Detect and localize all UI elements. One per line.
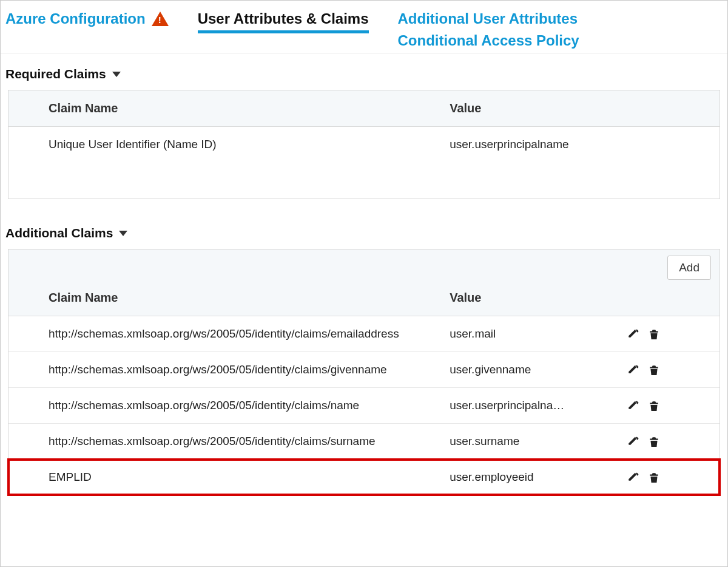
table-header-row: Claim Name Value [8,280,720,316]
chevron-down-icon [119,231,127,236]
section-title: Required Claims [5,67,106,81]
col-header-claim-name: Claim Name [8,90,435,127]
section-header-additional[interactable]: Additional Claims [5,221,723,246]
delete-icon[interactable] [648,471,660,483]
tab-bar: Azure Configuration User Attributes & Cl… [1,1,727,53]
edit-icon[interactable] [627,435,639,447]
tab-label: User Attributes & Claims [198,10,369,27]
cell-claim-value: user.mail [435,316,613,352]
tab-additional-user-attributes[interactable]: Additional User Attributes [398,10,579,27]
table-header-row: Claim Name Value [8,90,720,127]
table-row: http://schemas.xmlsoap.org/ws/2005/05/id… [8,388,720,424]
warning-icon [152,12,169,26]
card-toolbar: Add [8,250,720,280]
cell-claim-name: EMPLID [8,460,435,495]
tab-azure-configuration[interactable]: Azure Configuration [5,10,169,33]
required-claims-table: Claim Name Value Unique User Identifier … [8,90,720,162]
edit-icon[interactable] [627,328,639,340]
table-row: http://schemas.xmlsoap.org/ws/2005/05/id… [8,424,720,460]
cell-claim-name: Unique User Identifier (Name ID) [8,127,435,163]
tab-label: Azure Configuration [5,10,146,27]
table-row: http://schemas.xmlsoap.org/ws/2005/05/id… [8,352,720,388]
cell-claim-value: user.employeeid [435,460,613,495]
delete-icon[interactable] [648,364,660,376]
cell-claim-value: user.surname [435,424,613,460]
delete-icon[interactable] [648,399,660,412]
tab-user-attributes-claims[interactable]: User Attributes & Claims [198,10,369,33]
cell-claim-name: http://schemas.xmlsoap.org/ws/2005/05/id… [8,388,435,424]
cell-actions [613,424,720,460]
table-row: Unique User Identifier (Name ID) user.us… [8,127,720,163]
add-button[interactable]: Add [667,256,711,280]
edit-icon[interactable] [627,399,639,412]
tab-stack-right: Additional User Attributes Conditional A… [398,10,579,53]
cell-actions [613,388,720,424]
chevron-down-icon [112,72,121,77]
delete-icon[interactable] [648,328,660,340]
tab-conditional-access-policy[interactable]: Conditional Access Policy [398,32,579,49]
col-header-value: Value [435,90,613,127]
cell-claim-name: http://schemas.xmlsoap.org/ws/2005/05/id… [8,316,435,352]
section-header-required[interactable]: Required Claims [5,62,723,87]
cell-actions [613,352,720,388]
cell-claim-value: user.userprincipalname [435,127,613,163]
col-header-actions [613,90,720,127]
table-row: http://schemas.xmlsoap.org/ws/2005/05/id… [8,316,720,352]
cell-actions [613,316,720,352]
edit-icon[interactable] [627,471,639,483]
table-row: EMPLIDuser.employeeid [8,460,720,495]
delete-icon[interactable] [648,435,660,447]
cell-claim-name: http://schemas.xmlsoap.org/ws/2005/05/id… [8,352,435,388]
col-header-actions [613,280,720,316]
section-required-claims: Required Claims Claim Name Value Unique … [1,53,727,212]
cell-claim-value: user.userprincipalname [435,388,613,424]
col-header-value: Value [435,280,613,316]
cell-claim-value: user.givenname [435,352,613,388]
app-frame: Azure Configuration User Attributes & Cl… [0,0,728,567]
col-header-claim-name: Claim Name [8,280,435,316]
additional-claims-table: Claim Name Value http://schemas.xmlsoap.… [8,280,720,495]
edit-icon[interactable] [627,364,639,376]
section-title: Additional Claims [5,226,113,240]
tab-label: Conditional Access Policy [398,32,579,49]
cell-claim-name: http://schemas.xmlsoap.org/ws/2005/05/id… [8,424,435,460]
required-claims-card: Claim Name Value Unique User Identifier … [8,90,720,199]
cell-actions [613,460,720,495]
tab-label: Additional User Attributes [398,10,578,27]
additional-claims-card: Add Claim Name Value http://schemas.xmls… [8,249,720,495]
section-additional-claims: Additional Claims Add Claim Name Value h… [1,212,727,509]
